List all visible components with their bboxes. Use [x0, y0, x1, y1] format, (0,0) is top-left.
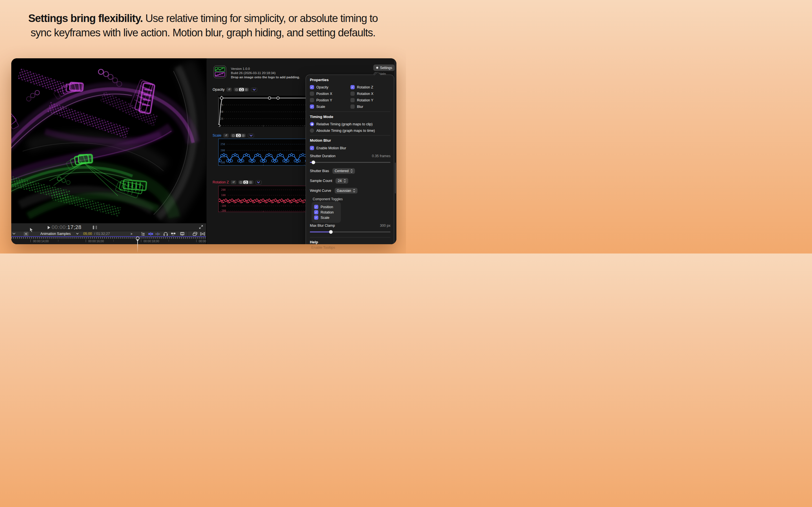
svg-text:25: 25: [220, 117, 223, 120]
rotation-graph-header: Rotation Z ↺: [213, 180, 262, 184]
scale-collapse-button[interactable]: [248, 133, 254, 138]
component-toggle-position[interactable]: Position: [314, 205, 338, 209]
property-toggle-rotation-z[interactable]: Rotation Z: [350, 85, 373, 89]
radio-selected-icon[interactable]: [310, 122, 314, 126]
rotation-graph[interactable]: 200 100 -100 -200: [218, 186, 308, 212]
checkbox-checked-icon[interactable]: [310, 105, 314, 109]
app-logo[interactable]: [213, 65, 226, 78]
select-chevrons-icon: [350, 169, 353, 173]
checkbox-icon[interactable]: [350, 98, 355, 102]
gear-icon: [376, 66, 378, 69]
max-blur-clamp-slider[interactable]: [310, 230, 391, 234]
enable-tooltips-ghost: Enable Tooltips: [311, 245, 335, 249]
property-toggle-scale[interactable]: Scale: [310, 105, 325, 109]
collapse-chevron-icon[interactable]: [12, 232, 15, 235]
slider-thumb[interactable]: [329, 230, 333, 234]
audio-waveform-icon[interactable]: [155, 232, 160, 236]
skimmer-icon[interactable]: [140, 232, 145, 236]
panel-scrollbar-thumb[interactable]: [395, 163, 396, 193]
checkbox-icon[interactable]: [310, 92, 314, 96]
weight-curve-row: Weight Curve Gaussian: [310, 188, 391, 193]
shutter-duration-row: Shutter Duration 0.35 frames: [310, 154, 391, 158]
back-button[interactable]: <: [24, 232, 29, 236]
timeline-top-border: [11, 236, 206, 237]
component-toggles-group: Position Rotation Scale: [312, 202, 341, 223]
property-toggle-position-x[interactable]: Position X: [310, 92, 332, 96]
checkbox-checked-icon[interactable]: [314, 205, 318, 209]
zoom-in-segment[interactable]: [248, 180, 253, 184]
weight-curve-select[interactable]: Gaussian: [335, 188, 358, 193]
ruler-track[interactable]: 00:00:14;00 00:00:16;00 00:00:18;00 00:0…: [11, 239, 206, 244]
clip-menu-chevron-icon[interactable]: [76, 233, 79, 235]
headline-line1: Settings bring flexibility. Use relative…: [0, 11, 406, 25]
checkbox-icon[interactable]: [350, 105, 355, 109]
property-toggle-opacity[interactable]: Opacity: [310, 85, 328, 89]
transition-icon[interactable]: [200, 232, 205, 236]
clip-menu[interactable]: Animation Samples: [40, 232, 71, 236]
about-block: Version 1.0.0 Build 26 (2026-03-11 20:18…: [231, 67, 300, 79]
property-toggle-rotation-x[interactable]: Rotation X: [350, 92, 373, 96]
fit-view-segment[interactable]: [239, 88, 244, 91]
scale-reset-button[interactable]: ↺: [223, 133, 229, 137]
scale-graph[interactable]: 250 200 150 100: [218, 138, 308, 166]
opacity-graph[interactable]: 75 50 25: [218, 96, 308, 127]
panel-scrollbar-track[interactable]: [394, 58, 396, 244]
filmstrip-icon[interactable]: [180, 232, 185, 236]
checkbox-checked-icon[interactable]: [350, 85, 355, 89]
property-toggle-blur[interactable]: Blur: [350, 105, 363, 109]
checkbox-checked-icon[interactable]: [314, 216, 318, 220]
svg-text:50: 50: [220, 110, 223, 113]
property-toggle-position-y[interactable]: Position Y: [310, 98, 332, 102]
settings-button[interactable]: Settings: [373, 64, 395, 71]
playhead-line[interactable]: [137, 239, 138, 244]
forward-button[interactable]: >: [131, 232, 132, 236]
opacity-reset-button[interactable]: ↺: [226, 88, 232, 92]
rotation-view-segmented[interactable]: [238, 180, 253, 184]
component-toggle-rotation[interactable]: Rotation: [314, 210, 338, 214]
timeline-ruler[interactable]: 00:00:14;00 00:00:16;00 00:00:18;00 00:0…: [11, 236, 206, 244]
snapping-icon[interactable]: [171, 232, 175, 236]
checkbox-checked-icon[interactable]: [310, 146, 314, 150]
playback-timecode: 00:00:17;28: [52, 224, 82, 230]
properties-title: Properties: [310, 78, 329, 82]
timing-absolute-option[interactable]: Absolute Timing (graph maps to time): [310, 128, 375, 133]
clip-skimming-icon[interactable]: [148, 232, 153, 236]
fullscreen-icon[interactable]: [199, 225, 203, 229]
timing-mode-title: Timing Mode: [310, 115, 333, 119]
play-button[interactable]: [47, 226, 50, 229]
component-toggles-title: Component Toggles: [313, 197, 343, 201]
checkbox-checked-icon[interactable]: [314, 210, 318, 214]
zoom-out-segment[interactable]: [234, 88, 239, 91]
zoom-in-segment[interactable]: [241, 134, 246, 137]
shutter-bias-select[interactable]: Centered: [333, 168, 355, 174]
opacity-collapse-button[interactable]: [251, 88, 257, 92]
property-toggle-rotation-y[interactable]: Rotation Y: [350, 98, 373, 102]
shutter-duration-slider[interactable]: [310, 160, 391, 164]
audio-monitor-icon[interactable]: [163, 232, 168, 236]
rotation-collapse-button[interactable]: [255, 180, 262, 184]
video-preview[interactable]: [11, 58, 206, 223]
checkbox-icon[interactable]: [310, 98, 314, 102]
playhead-line-fade: [137, 244, 138, 253]
zoom-out-segment[interactable]: [231, 134, 236, 137]
checkbox-icon[interactable]: [350, 92, 355, 96]
select-chevrons-icon: [344, 179, 346, 182]
timing-relative-option[interactable]: Relative Timing (graph maps to clip): [310, 122, 372, 126]
fit-view-segment[interactable]: [236, 134, 241, 137]
zoom-in-segment[interactable]: [244, 88, 249, 91]
opacity-view-segmented[interactable]: [234, 88, 249, 92]
component-toggle-scale[interactable]: Scale: [314, 216, 338, 220]
fit-view-segment[interactable]: [243, 180, 248, 184]
connected-clips-icon[interactable]: [193, 232, 197, 236]
slider-thumb[interactable]: [312, 161, 315, 164]
svg-text:-200: -200: [220, 209, 226, 212]
sample-count-stepper[interactable]: 24: [336, 178, 348, 184]
checkbox-checked-icon[interactable]: [310, 85, 314, 89]
radio-icon[interactable]: [310, 128, 314, 133]
audio-meter-bars: [93, 226, 97, 229]
scale-view-segmented[interactable]: [231, 133, 246, 137]
scale-graph-header: Scale ↺: [213, 133, 254, 138]
enable-motion-blur-toggle[interactable]: Enable Motion Blur: [310, 146, 346, 150]
zoom-out-segment[interactable]: [239, 180, 243, 184]
rotation-reset-button[interactable]: ↺: [231, 180, 236, 184]
